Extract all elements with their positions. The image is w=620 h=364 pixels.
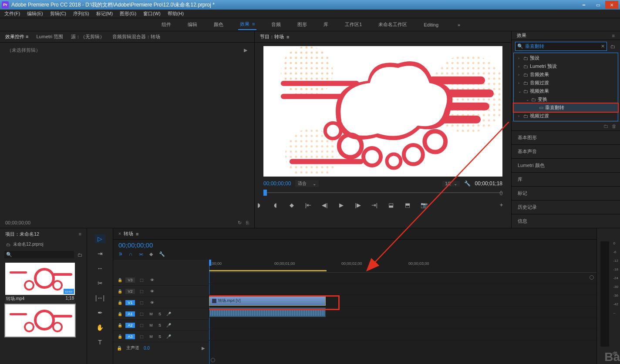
timeline-settings-icon[interactable]: 🔧 [159,251,165,257]
panel-essential-sound[interactable]: 基本声音 [512,144,620,158]
tab-effect-controls[interactable]: 效果控件 ≡ [5,33,28,40]
go-in-button[interactable]: |⇤ [304,202,312,208]
new-bin-icon[interactable]: 🗀 [603,124,608,129]
master-track-row[interactable]: 🔒主声道0.0▶ [113,342,209,354]
program-canvas[interactable] [263,46,502,177]
go-out-button[interactable]: ⇥| [371,202,378,208]
track-header-v3[interactable]: 🔒V3⬚👁 [113,274,209,286]
lane-v3[interactable] [209,273,596,284]
program-scrubber[interactable] [263,189,502,197]
menu-clip[interactable]: 剪辑(C) [47,10,69,18]
panel-lumetri-color[interactable]: Lumetri 颜色 [512,158,620,172]
tree-audio-transitions[interactable]: ›🗀音频过渡 [514,79,618,87]
play-arrow-icon[interactable]: ▶ [244,47,247,53]
tree-video-transitions[interactable]: ›🗀视频过渡 [514,112,618,120]
timeline-scroll-start[interactable] [211,358,215,362]
scrub-playhead[interactable] [263,190,267,196]
project-new-bin-icon[interactable]: 🗀 [78,252,82,257]
audio-clip[interactable] [209,307,326,317]
workspace-overflow[interactable]: » [458,22,460,27]
hand-tool[interactable]: ✋ [95,323,105,332]
project-item-sequence[interactable] [5,304,75,337]
button-editor[interactable]: ＋ [497,201,505,209]
video-clip[interactable]: 转场.mp4 [V] [209,296,326,306]
menu-sequence[interactable]: 序列(S) [71,10,92,18]
track-header-a1[interactable]: 🔒A1⬚MS🎤 [113,308,209,320]
zoom-fit-dropdown[interactable]: 适合⌄ [295,180,319,187]
workspace-editing-en[interactable]: Editing [422,20,440,29]
marker-button[interactable]: ◆ [288,202,296,208]
menu-edit[interactable]: 编辑(E) [24,10,46,18]
timeline-ruler[interactable]: ;00;00 00;00;01;00 00;00;02;00 00;00;03;… [209,260,596,273]
panel-markers[interactable]: 标记 [512,186,620,200]
snap-icon[interactable]: ⚞ [118,251,123,257]
resolution-dropdown[interactable]: 1/2 ⌄ [442,181,459,187]
marker-add-icon[interactable]: ◆ [149,251,153,257]
project-search-input[interactable]: 🔍 [4,251,74,258]
menu-graphics[interactable]: 图形(G) [117,10,139,18]
track-area[interactable]: ;00;00 00;00;01;00 00;00;02;00 00;00;03;… [209,260,596,364]
type-tool[interactable]: T [95,338,105,347]
slip-tool[interactable]: |↔| [95,294,105,302]
menu-help[interactable]: 帮助(H) [165,10,186,18]
program-time-left[interactable]: 00;00;00;00 [263,180,291,187]
tab-source-noclip[interactable]: 源：（无剪辑） [71,33,104,40]
clear-search-icon[interactable]: ✕ [601,43,605,49]
close-button[interactable]: ✕ [605,1,618,9]
export-frame-button[interactable]: 📷 [420,202,428,208]
razor-tool[interactable]: ✂ [95,279,105,287]
track-header-a3[interactable]: 🔒A3⬚MS🎤 [113,331,209,342]
mark-out-button[interactable]: ◖ [271,202,279,208]
menu-file[interactable]: 文件(F) [2,10,23,18]
tree-lumetri-presets[interactable]: ›🗀Lumetri 预设 [514,62,618,70]
track-header-v1[interactable]: 🔒V1⬚👁 [113,297,209,308]
delete-icon[interactable]: 🗑 [612,124,617,129]
panel-history[interactable]: 历史记录 [512,200,620,214]
lift-button[interactable]: ⬓ [387,202,395,208]
menu-marker[interactable]: 标记(M) [94,10,116,18]
magnet-icon[interactable]: ∩ [129,251,132,257]
lane-a3[interactable] [209,329,596,341]
workspace-color[interactable]: 颜色 [212,20,225,30]
workspace-editing-cn[interactable]: 编辑 [186,20,199,30]
work-area-bar[interactable] [209,270,327,271]
workspace-effects[interactable]: 效果 ≡ [238,19,257,30]
project-item-clip[interactable]: ▭▭ 转场.mp4 1;18 [5,263,75,303]
panel-essential-graphics[interactable]: 基本图形 [512,130,620,144]
tree-vertical-flip-effect[interactable]: ▭垂直翻转 [514,104,618,112]
workspace-audio[interactable]: 音频 [270,20,283,30]
settings-wrench-icon[interactable]: 🔧 [464,180,471,187]
panel-libraries[interactable]: 库 [512,172,620,186]
export-icon[interactable]: ⎘ [246,220,249,226]
tab-audio-mixer[interactable]: 音频剪辑混合器：转场 [112,33,160,40]
timeline-scroll-end[interactable] [590,275,594,280]
loop-icon[interactable]: ↻ [238,220,242,226]
tree-transform-folder[interactable]: ⌄🗀变换 [514,95,618,104]
tree-presets[interactable]: ›🗀预设 [514,54,618,62]
maximize-button[interactable]: ▭ [591,1,604,9]
lane-v2[interactable] [209,284,596,295]
lane-a2[interactable] [209,318,596,329]
step-fwd-button[interactable]: |▶ [354,202,362,208]
play-button[interactable]: ▶ [337,202,345,208]
tab-lumetri-scopes[interactable]: Lumetri 范围 [36,33,63,40]
lane-a1[interactable] [209,307,596,318]
close-sequence-icon[interactable]: × [118,231,121,236]
lane-v1[interactable]: 转场.mp4 [V] [209,295,596,307]
workspace-assembly[interactable]: 组件 [160,20,173,30]
panel-menu-icon[interactable]: ≡ [612,33,615,38]
mark-in-button[interactable]: ◗ [255,202,263,208]
track-header-a2[interactable]: 🔒A2⬚MS🎤 [113,320,209,331]
workspace-graphics[interactable]: 图形 [296,20,309,30]
extract-button[interactable]: ⬒ [404,202,411,208]
tree-audio-effects[interactable]: ›🗀音频效果 [514,70,618,79]
playhead-handle[interactable] [209,260,211,266]
menu-window[interactable]: 窗口(W) [141,10,163,18]
ripple-edit-tool[interactable]: ↔ [95,264,105,273]
track-header-v2[interactable]: 🔒V2⬚👁 [113,286,209,297]
timeline-timecode[interactable]: 00;00;00;00 [118,241,153,249]
panel-info[interactable]: 信息 [512,214,620,228]
workspace-custom1[interactable]: 工作区1 [343,20,364,30]
workspace-libraries[interactable]: 库 [322,20,330,30]
selection-tool[interactable]: ▷ [95,234,105,243]
